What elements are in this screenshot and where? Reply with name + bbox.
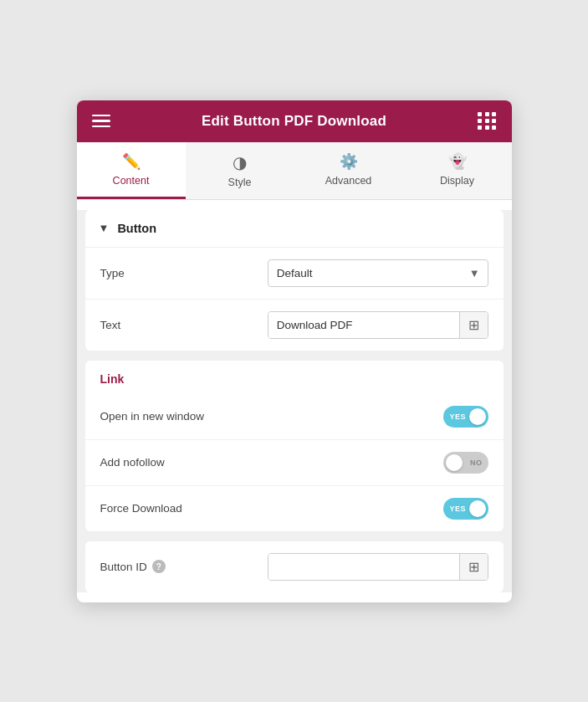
button-id-db-button[interactable]: ⊞ bbox=[459, 554, 488, 580]
force-download-toggle[interactable]: YES bbox=[443, 498, 488, 520]
force-download-knob bbox=[469, 500, 486, 517]
open-new-window-toggle-wrapper: YES bbox=[443, 406, 488, 428]
help-icon[interactable]: ? bbox=[152, 560, 166, 573]
add-nofollow-knob bbox=[446, 454, 463, 471]
style-tab-icon: ◑ bbox=[233, 152, 247, 172]
link-section-card: Link Open in new window YES Add nofollow bbox=[85, 361, 504, 531]
button-id-text: Button ID bbox=[100, 561, 147, 573]
open-new-window-knob bbox=[469, 408, 486, 425]
open-new-window-row: Open in new window YES bbox=[85, 394, 504, 440]
force-download-toggle-wrapper: YES bbox=[443, 498, 488, 520]
advanced-tab-icon: ⚙️ bbox=[340, 152, 358, 171]
tab-content[interactable]: ✏️ Content bbox=[77, 142, 186, 199]
button-section-title: Button bbox=[117, 222, 156, 235]
text-input-wrapper: ⊞ bbox=[268, 311, 488, 339]
panel-header: Edit Button PDF Download bbox=[77, 100, 512, 142]
button-section-card: ▼ Button Type Default Primary Secondary … bbox=[85, 210, 504, 351]
force-download-control: YES bbox=[268, 498, 488, 520]
open-new-window-toggle-label: YES bbox=[450, 412, 467, 421]
text-input[interactable] bbox=[268, 312, 459, 338]
tab-display-label: Display bbox=[440, 175, 474, 187]
grid-icon[interactable] bbox=[478, 112, 496, 131]
add-nofollow-toggle[interactable]: NO bbox=[443, 452, 488, 474]
text-field-row: Text ⊞ bbox=[85, 300, 504, 351]
force-download-toggle-label: YES bbox=[450, 505, 467, 513]
tabs-bar: ✏️ Content ◑ Style ⚙️ Advanced 👻 Display bbox=[77, 142, 512, 200]
button-id-input-wrapper: ⊞ bbox=[268, 553, 488, 581]
text-db-button[interactable]: ⊞ bbox=[459, 312, 488, 338]
content-area: ▼ Button Type Default Primary Secondary … bbox=[77, 210, 512, 592]
type-field-row: Type Default Primary Secondary Info Succ… bbox=[85, 248, 504, 300]
button-id-label-wrapper: Button ID ? bbox=[100, 560, 258, 573]
tab-content-label: Content bbox=[113, 175, 150, 187]
button-id-database-icon: ⊞ bbox=[468, 559, 479, 575]
database-icon: ⊞ bbox=[468, 317, 479, 333]
content-tab-icon: ✏️ bbox=[122, 152, 141, 171]
type-label: Type bbox=[100, 267, 258, 279]
tab-advanced[interactable]: ⚙️ Advanced bbox=[294, 142, 403, 199]
add-nofollow-toggle-wrapper: NO bbox=[443, 452, 488, 474]
button-id-input[interactable] bbox=[268, 554, 459, 580]
open-new-window-control: YES bbox=[268, 406, 488, 428]
type-select-wrapper: Default Primary Secondary Info Success W… bbox=[268, 259, 488, 287]
tab-style-label: Style bbox=[228, 177, 252, 188]
button-id-card: Button ID ? ⊞ bbox=[85, 541, 504, 592]
add-nofollow-row: Add nofollow NO bbox=[85, 440, 504, 486]
add-nofollow-toggle-label: NO bbox=[470, 459, 483, 467]
button-id-label: Button ID ? bbox=[100, 560, 258, 573]
text-control: ⊞ bbox=[268, 311, 488, 339]
panel-title: Edit Button PDF Download bbox=[202, 113, 386, 130]
tab-advanced-label: Advanced bbox=[325, 175, 372, 187]
open-new-window-toggle[interactable]: YES bbox=[443, 406, 488, 428]
text-label: Text bbox=[100, 319, 258, 331]
panel-wrapper: Edit Button PDF Download ✏️ Content ◑ St… bbox=[77, 100, 512, 602]
open-new-window-label: Open in new window bbox=[100, 410, 258, 423]
button-section-header[interactable]: ▼ Button bbox=[85, 210, 504, 248]
force-download-row: Force Download YES bbox=[85, 486, 504, 531]
button-id-control: ⊞ bbox=[268, 553, 488, 581]
tab-display[interactable]: 👻 Display bbox=[403, 142, 512, 199]
add-nofollow-label: Add nofollow bbox=[100, 456, 258, 469]
link-section-title: Link bbox=[85, 361, 504, 394]
force-download-label: Force Download bbox=[100, 502, 258, 515]
display-tab-icon: 👻 bbox=[448, 152, 467, 171]
chevron-icon: ▼ bbox=[99, 222, 110, 234]
tab-style[interactable]: ◑ Style bbox=[186, 142, 294, 199]
type-select[interactable]: Default Primary Secondary Info Success W… bbox=[268, 259, 488, 287]
add-nofollow-control: NO bbox=[268, 452, 488, 474]
type-control: Default Primary Secondary Info Success W… bbox=[268, 259, 488, 287]
button-id-row: Button ID ? ⊞ bbox=[100, 553, 488, 581]
hamburger-menu-icon[interactable] bbox=[92, 115, 110, 128]
